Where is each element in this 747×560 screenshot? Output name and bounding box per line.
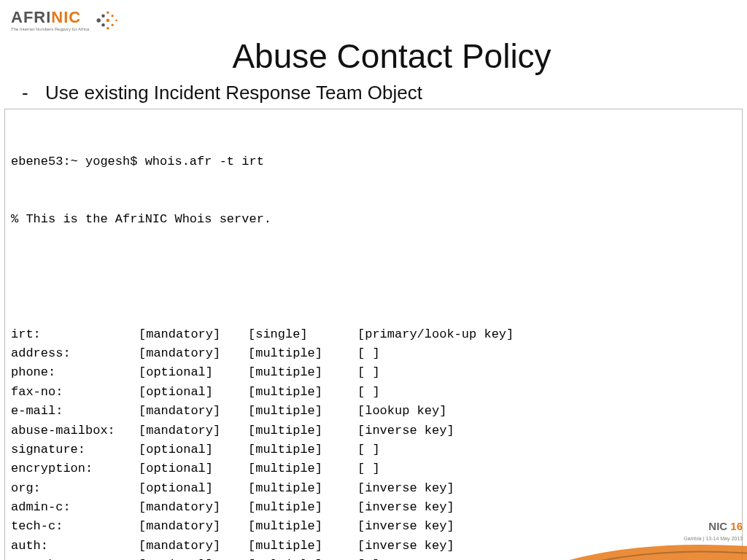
terminal-blank xyxy=(11,268,736,287)
schema-cell-key: [ ] xyxy=(357,459,736,478)
svg-point-8 xyxy=(116,20,118,22)
schema-cell-name: admin-c: xyxy=(11,498,139,517)
schema-cell-name: address: xyxy=(11,344,139,363)
schema-cell-key: [lookup key] xyxy=(357,402,736,421)
schema-cell-req: [optional] xyxy=(139,479,248,498)
schema-cell-name: auth: xyxy=(11,537,139,556)
schema-cell-key: [ ] xyxy=(357,344,736,363)
schema-cell-req: [optional] xyxy=(139,556,248,560)
schema-cell-req: [optional] xyxy=(139,383,248,402)
schema-cell-card: [multiple] xyxy=(248,498,357,517)
svg-point-3 xyxy=(107,11,109,14)
schema-cell-req: [mandatory] xyxy=(139,421,248,440)
schema-row: admin-c:[mandatory][multiple][inverse ke… xyxy=(11,498,736,517)
terminal-output: ebene53:~ yogesh$ whois.afr -t irt % Thi… xyxy=(11,114,736,560)
svg-point-1 xyxy=(102,14,106,18)
schema-cell-req: [mandatory] xyxy=(139,498,248,517)
svg-point-5 xyxy=(107,27,109,30)
bullet-text: Use existing Incident Response Team Obje… xyxy=(45,82,422,104)
brand-text-b: NIC xyxy=(51,8,81,26)
schema-cell-name: tech-c: xyxy=(11,517,139,536)
schema-cell-req: [mandatory] xyxy=(139,344,248,363)
schema-row: encryption:[optional][multiple][ ] xyxy=(11,459,736,478)
schema-cell-name: signature: xyxy=(11,440,139,459)
svg-point-0 xyxy=(97,18,101,22)
svg-point-2 xyxy=(102,23,106,27)
schema-cell-req: [mandatory] xyxy=(139,537,248,556)
schema-row: irt:[mandatory][single][primary/look-up … xyxy=(11,325,736,344)
brand-logo: AFRINIC The Internet Numbers Registry fo… xyxy=(11,7,121,34)
schema-cell-req: [optional] xyxy=(139,363,248,382)
schema-cell-key: [ ] xyxy=(357,363,736,382)
schema-cell-card: [single] xyxy=(248,325,357,344)
svg-point-6 xyxy=(112,15,114,17)
brand-wordmark: AFRINIC xyxy=(11,9,89,26)
schema-cell-card: [multiple] xyxy=(248,556,357,560)
schema-cell-key: [primary/look-up key] xyxy=(357,325,736,344)
schema-row: abuse-mailbox:[mandatory][multiple][inve… xyxy=(11,421,736,440)
svg-point-4 xyxy=(107,19,110,23)
swoosh-decoration-icon xyxy=(550,529,747,560)
terminal-line: % This is the AfriNIC Whois server. xyxy=(11,210,736,229)
schema-cell-name: abuse-mailbox: xyxy=(11,421,139,440)
schema-cell-name: irt: xyxy=(11,325,139,344)
terminal-line: ebene53:~ yogesh$ whois.afr -t irt xyxy=(11,152,736,171)
schema-cell-card: [multiple] xyxy=(248,459,357,478)
schema-cell-key: [inverse key] xyxy=(357,479,736,498)
bullet-dash: - xyxy=(22,82,29,104)
terminal-frame: ebene53:~ yogesh$ whois.afr -t irt % Thi… xyxy=(4,109,743,560)
schema-cell-req: [mandatory] xyxy=(139,325,248,344)
bullet-item: - Use existing Incident Response Team Ob… xyxy=(22,82,747,104)
schema-cell-card: [multiple] xyxy=(248,402,357,421)
schema-cell-name: fax-no: xyxy=(11,383,139,402)
schema-cell-name: e-mail: xyxy=(11,402,139,421)
schema-cell-name: org: xyxy=(11,479,139,498)
schema-row: phone:[optional][multiple][ ] xyxy=(11,363,736,382)
schema-cell-key: [inverse key] xyxy=(357,498,736,517)
schema-cell-key: [ ] xyxy=(357,383,736,402)
schema-cell-card: [multiple] xyxy=(248,537,357,556)
schema-cell-card: [multiple] xyxy=(248,363,357,382)
svg-point-7 xyxy=(112,24,114,26)
schema-row: org:[optional][multiple][inverse key] xyxy=(11,479,736,498)
schema-cell-name: phone: xyxy=(11,363,139,382)
schema-cell-card: [multiple] xyxy=(248,440,357,459)
slide-title: Abuse Contact Policy xyxy=(36,36,747,76)
schema-row: signature:[optional][multiple][ ] xyxy=(11,440,736,459)
brand-tagline: The Internet Numbers Registry for Africa xyxy=(11,27,89,31)
brand-text-a: AFRI xyxy=(11,8,51,26)
schema-cell-name: remarks: xyxy=(11,556,139,560)
schema-cell-card: [multiple] xyxy=(248,421,357,440)
schema-row: address:[mandatory][multiple][ ] xyxy=(11,344,736,363)
schema-cell-req: [mandatory] xyxy=(139,402,248,421)
schema-row: fax-no:[optional][multiple][ ] xyxy=(11,383,736,402)
schema-cell-card: [multiple] xyxy=(248,344,357,363)
brand-dots-icon xyxy=(92,7,121,34)
schema-cell-req: [mandatory] xyxy=(139,517,248,536)
schema-cell-card: [multiple] xyxy=(248,517,357,536)
schema-cell-card: [multiple] xyxy=(248,479,357,498)
schema-cell-req: [optional] xyxy=(139,440,248,459)
schema-table: irt:[mandatory][single][primary/look-up … xyxy=(11,325,736,560)
schema-cell-key: [inverse key] xyxy=(357,421,736,440)
schema-cell-req: [optional] xyxy=(139,459,248,478)
schema-cell-name: encryption: xyxy=(11,459,139,478)
schema-cell-card: [multiple] xyxy=(248,383,357,402)
schema-row: e-mail:[mandatory][multiple][lookup key] xyxy=(11,402,736,421)
schema-cell-key: [ ] xyxy=(357,440,736,459)
